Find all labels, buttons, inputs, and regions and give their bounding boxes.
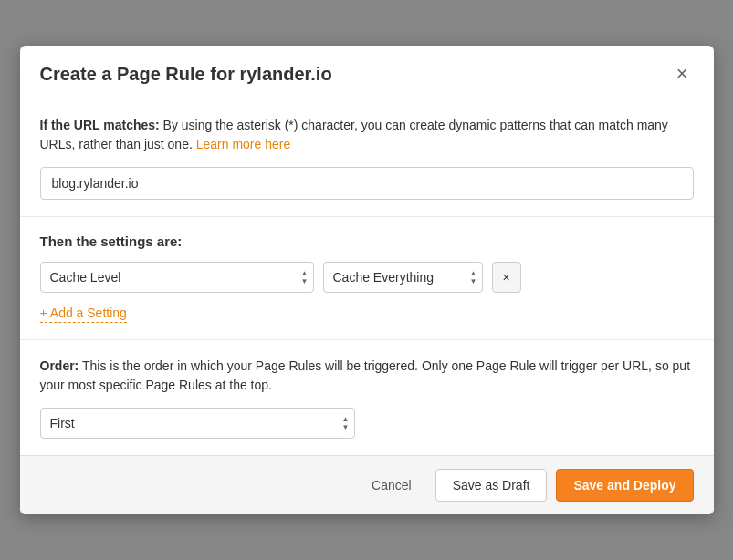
learn-more-link[interactable]: Learn more here bbox=[196, 137, 291, 151]
url-section: If the URL matches: By using the asteris… bbox=[20, 99, 714, 217]
order-section: Order: This is the order in which your P… bbox=[20, 340, 714, 455]
order-select[interactable]: First bbox=[40, 408, 355, 439]
save-draft-button[interactable]: Save as Draft bbox=[435, 469, 548, 502]
settings-title: Then the settings are: bbox=[40, 233, 694, 249]
url-description: If the URL matches: By using the asteris… bbox=[40, 116, 694, 154]
cache-level-wrapper: Cache Level ▲ ▼ bbox=[40, 262, 314, 293]
save-deploy-button[interactable]: Save and Deploy bbox=[556, 469, 693, 502]
order-select-wrapper: First ▲ ▼ bbox=[40, 408, 355, 439]
delete-setting-button[interactable]: × bbox=[492, 262, 521, 293]
modal-header: Create a Page Rule for rylander.io × bbox=[20, 46, 714, 99]
order-description: Order: This is the order in which your P… bbox=[40, 357, 694, 395]
settings-row: Cache Level ▲ ▼ Cache Everything ▲ ▼ bbox=[40, 262, 694, 293]
close-button[interactable]: × bbox=[671, 62, 694, 86]
modal-title: Create a Page Rule for rylander.io bbox=[40, 64, 332, 85]
cache-everything-select[interactable]: Cache Everything bbox=[323, 262, 483, 293]
settings-section: Then the settings are: Cache Level ▲ ▼ C… bbox=[20, 217, 714, 340]
modal-overlay: Create a Page Rule for rylander.io × If … bbox=[0, 0, 733, 560]
order-text: This is the order in which your Page Rul… bbox=[40, 358, 691, 392]
url-description-bold: If the URL matches: bbox=[40, 118, 160, 132]
add-setting-button[interactable]: + Add a Setting bbox=[40, 304, 127, 323]
cache-everything-wrapper: Cache Everything ▲ ▼ bbox=[323, 262, 483, 293]
cache-level-select[interactable]: Cache Level bbox=[40, 262, 314, 293]
cancel-button[interactable]: Cancel bbox=[357, 471, 426, 500]
modal-footer: Cancel Save as Draft Save and Deploy bbox=[20, 455, 714, 514]
order-bold: Order: bbox=[40, 358, 79, 373]
url-input[interactable] bbox=[40, 167, 694, 200]
modal-dialog: Create a Page Rule for rylander.io × If … bbox=[20, 46, 714, 514]
